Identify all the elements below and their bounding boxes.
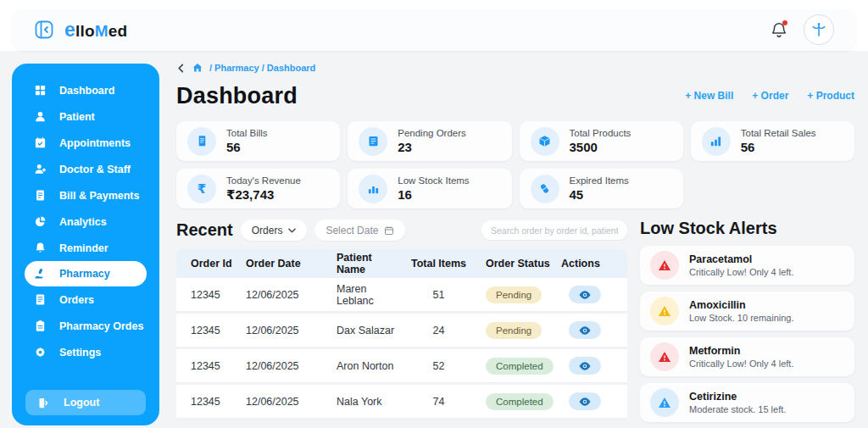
sidebar-item-analytics[interactable]: Analytics — [12, 208, 159, 235]
view-order-button[interactable] — [569, 321, 601, 339]
sidebar-item-pharmacy[interactable]: Pharmacy — [25, 261, 147, 286]
reminder-bell-icon — [34, 242, 47, 254]
alert-note: Critically Low! Only 4 left. — [689, 267, 793, 277]
stat-value: 23 — [398, 140, 466, 154]
sidebar-item-appointments[interactable]: Appointments — [12, 130, 159, 156]
warning-triangle-icon — [650, 251, 679, 280]
stat-card-pending-orders: Pending Orders23 — [348, 121, 511, 161]
order-id: 12345 — [176, 325, 236, 336]
view-order-button[interactable] — [569, 286, 601, 303]
actions-cell — [551, 357, 627, 375]
column-header: Order Date — [236, 258, 326, 270]
analytics-pie-icon — [34, 215, 47, 228]
status-badge: Pending — [486, 286, 542, 303]
stat-label: Low Stock Items — [398, 175, 469, 186]
sidebar-item-label: Patient — [59, 111, 95, 123]
patient-name: Nala York — [326, 396, 403, 408]
sidebar-item-orders[interactable]: Orders — [12, 286, 159, 313]
stat-card-total-products: Total Products3500 — [520, 121, 683, 161]
sidebar-item-label: Pharmacy — [59, 268, 110, 280]
sidebar-item-settings[interactable]: Settings — [12, 339, 159, 365]
alert-note: Low Stock. 10 remaining. — [689, 313, 794, 323]
note-icon — [359, 127, 387, 156]
stat-card-todays-revenue: ₹ Today's Revenue₹23,743 — [176, 169, 340, 208]
view-order-button[interactable] — [569, 357, 601, 375]
new-order-link[interactable]: + Order — [752, 90, 788, 102]
sidebar-collapse-icon[interactable] — [34, 19, 54, 40]
stat-card-low-stock-items: Low Stock Items16 — [348, 169, 511, 208]
order-status: Pending — [475, 286, 551, 303]
patient-icon — [34, 110, 47, 123]
alert-drug-name: Cetirizine — [689, 391, 786, 403]
sidebar-item-bill-payments[interactable]: Bill & Payments — [12, 182, 159, 208]
alert-note: Moderate stock. 15 left. — [689, 404, 786, 414]
sidebar-item-patient[interactable]: Patient — [12, 103, 159, 130]
view-order-button[interactable] — [569, 392, 601, 410]
stat-label: Total Bills — [226, 128, 268, 138]
column-header: Actions — [551, 258, 627, 270]
sidebar: Dashboard Patient Appointments Doctor & … — [12, 64, 159, 425]
logo-part: M — [95, 22, 108, 41]
recent-orders-section: Recent Orders Select Date Order Id Order… — [176, 219, 627, 422]
patient-name: Dax Salazar — [326, 325, 403, 336]
recent-orders-table: Order Id Order Date Patient Name Total I… — [176, 249, 627, 420]
bar-chart-icon — [359, 175, 387, 203]
stat-value: 3500 — [570, 140, 632, 154]
sidebar-item-reminder[interactable]: Reminder — [12, 235, 159, 261]
logo-part: e — [64, 19, 75, 42]
orders-icon — [34, 293, 47, 306]
total-items: 74 — [403, 396, 475, 408]
table-row[interactable]: 12345 12/06/2025 Nala York 74 Completed — [176, 385, 627, 420]
recent-header: Recent Orders Select Date — [176, 219, 627, 242]
select-date-label: Select Date — [326, 225, 378, 236]
box-icon — [531, 127, 559, 156]
patient-name: Maren Leblanc — [326, 283, 403, 307]
sidebar-item-label: Dashboard — [59, 85, 114, 97]
rupee-icon: ₹ — [187, 175, 216, 203]
status-badge: Pending — [486, 322, 542, 339]
order-date: 12/06/2025 — [236, 325, 326, 336]
orders-filter-label: Orders — [252, 225, 283, 236]
stat-value: ₹23,743 — [226, 187, 301, 203]
lower-section: Recent Orders Select Date Order Id Order… — [176, 219, 854, 422]
total-items: 52 — [403, 360, 475, 372]
sidebar-item-doctor-staff[interactable]: Doctor & Staff — [12, 156, 159, 182]
total-items: 51 — [403, 289, 475, 301]
chevron-down-icon — [288, 228, 296, 233]
order-search-input[interactable] — [481, 220, 627, 240]
alert-card-amoxicillin: Amoxicillin Low Stock. 10 remaining. — [640, 292, 854, 331]
actions-cell — [551, 392, 627, 410]
table-row[interactable]: 12345 12/06/2025 Aron Norton 52 Complete… — [176, 349, 627, 385]
new-bill-link[interactable]: + New Bill — [685, 90, 733, 102]
sidebar-item-label: Pharmacy Ordes — [59, 320, 143, 332]
table-row[interactable]: 12345 12/06/2025 Dax Salazar 24 Pending — [176, 314, 627, 349]
sidebar-item-dashboard[interactable]: Dashboard — [12, 77, 159, 103]
sidebar-item-label: Appointments — [59, 137, 131, 149]
sidebar-item-label: Bill & Payments — [59, 190, 139, 202]
table-row[interactable]: 12345 12/06/2025 Maren Leblanc 51 Pendin… — [176, 278, 627, 314]
recent-title: Recent — [176, 220, 233, 240]
caduceus-avatar-icon — [810, 21, 827, 38]
notification-bell-icon[interactable] — [770, 20, 788, 39]
select-date-button[interactable]: Select Date — [314, 220, 405, 241]
alert-drug-name: Paracetamol — [689, 253, 793, 265]
breadcrumb-path[interactable]: / Pharmacy / Dashboard — [209, 63, 315, 73]
home-icon[interactable] — [192, 62, 203, 74]
stats-grid: Total Bills56 Pending Orders23 Total Pro… — [176, 121, 854, 208]
orders-filter-dropdown[interactable]: Orders — [241, 220, 308, 241]
sidebar-item-pharmacy-ordes[interactable]: Pharmacy Ordes — [12, 313, 159, 339]
stat-card-total-retail-sales: Total Retail Sales56 — [691, 121, 854, 161]
back-chevron-icon[interactable] — [176, 64, 186, 73]
user-avatar[interactable] — [804, 14, 834, 45]
sidebar-item-label: Doctor & Staff — [59, 164, 131, 175]
calendar-icon — [384, 225, 394, 236]
logo-part: llo — [75, 22, 95, 41]
stat-label: Total Products — [570, 128, 632, 138]
top-bar-right — [770, 14, 834, 45]
logout-button[interactable]: Logout — [25, 390, 146, 415]
doctor-staff-icon — [34, 163, 47, 175]
quick-actions: + New Bill + Order + Product — [685, 90, 854, 102]
order-status: Pending — [475, 322, 551, 339]
warning-triangle-icon — [650, 297, 679, 325]
new-product-link[interactable]: + Product — [807, 90, 854, 102]
